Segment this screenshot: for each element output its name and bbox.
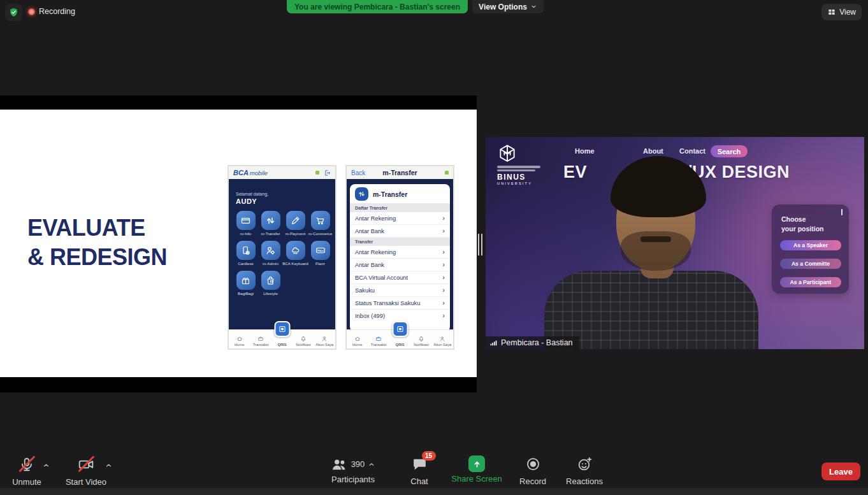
pill-label: As a Speaker <box>793 242 828 248</box>
chevron-right-icon <box>442 299 445 306</box>
speaker-video-tile[interactable]: BINUS UNIVERSITY Home About Contact Sear… <box>486 137 864 349</box>
phone2-bottom-nav: Home Transaksi QRIS Notifikasi Akun Saya <box>347 329 453 348</box>
app-tile-m-commerce[interactable]: m-Commerce <box>308 211 332 236</box>
transfer-arrows-icon <box>355 187 368 201</box>
slide-letterbox-bottom <box>0 377 477 392</box>
reactions-label: Reactions <box>562 477 607 486</box>
university-name: BINUS <box>497 173 554 182</box>
bell-icon <box>418 336 424 342</box>
share-screen-button[interactable]: Share Screen <box>447 456 506 484</box>
chevron-right-icon <box>442 215 445 222</box>
participants-chevron[interactable] <box>368 461 375 468</box>
person-gear-icon <box>261 241 280 260</box>
chevron-down-icon <box>530 3 537 10</box>
record-button[interactable]: Record <box>514 456 552 486</box>
bell-icon <box>300 336 307 342</box>
payment-pencil-icon <box>286 211 305 230</box>
phone-cash-icon <box>236 241 256 260</box>
row-label: Status Transaksi Sakuku <box>355 300 420 306</box>
app-tile-m-info[interactable]: m-Info <box>234 211 257 236</box>
phone1-header: BCA mobile <box>229 166 335 179</box>
as-a-speaker-button[interactable]: As a Speaker <box>780 240 841 250</box>
nav-qris[interactable]: QRIS <box>389 330 410 348</box>
chevron-right-icon <box>442 287 445 294</box>
cart-icon <box>311 211 330 230</box>
unmute-button[interactable]: Unmute <box>6 456 47 487</box>
row-label: Sakuku <box>355 287 375 294</box>
list-item-antar-bank[interactable]: Antar Bank <box>350 225 450 238</box>
university-subtitle: UNIVERSITY <box>497 182 554 185</box>
transfer-card-title: m-Transfer <box>373 190 407 198</box>
zoom-meeting-window: Recording You are viewing Pembicara - Ba… <box>0 0 868 495</box>
list-item-sakuku[interactable]: Sakuku <box>350 284 450 297</box>
viewing-screen-banner: You are viewing Pembicara - Bastian's sc… <box>287 0 468 13</box>
app-label: m-Payment <box>286 231 306 236</box>
list-item-antar-rekening[interactable]: Antar Rekening <box>350 212 450 225</box>
nav-transaksi[interactable]: Transaksi <box>250 330 271 348</box>
app-tile-flazz[interactable]: Flazz <box>308 241 332 266</box>
list-item-status-transaksi-sakuku[interactable]: Status Transaksi Sakuku <box>350 297 450 310</box>
app-tile-lifestyle[interactable]: Lifestyle <box>259 271 282 296</box>
chat-unread-badge: 15 <box>422 451 436 461</box>
nav-label: Transaksi <box>253 343 269 347</box>
site-nav-contact[interactable]: Contact <box>679 147 705 155</box>
nav-qris[interactable]: QRIS <box>271 330 293 348</box>
participants-count: 390 <box>351 459 365 469</box>
nav-home[interactable]: Home <box>229 330 250 348</box>
shield-check-icon <box>8 7 19 18</box>
app-tile-m-admin[interactable]: m-Admin <box>259 241 282 266</box>
audio-options-chevron[interactable] <box>42 461 50 470</box>
briefcase-icon <box>375 336 382 342</box>
app-label: m-Admin <box>263 261 278 266</box>
bca-logo-mobile: mobile <box>250 169 268 176</box>
app-tile-m-payment[interactable]: m-Payment <box>284 211 307 236</box>
nav-home[interactable]: Home <box>347 330 368 348</box>
phone1-bottom-nav: Home Transaksi QRIS Notifikasi Akun Saya <box>229 329 335 348</box>
presentation-slide: EVALUATE & REDESIGN BCA mobile Selamat d… <box>0 110 477 377</box>
list-item-antar-bank-2[interactable]: Antar Bank <box>350 259 450 271</box>
list-item-inbox[interactable]: Inbox (499) <box>350 310 450 322</box>
list-item-bca-virtual-account[interactable]: BCA Virtual Account <box>350 271 450 284</box>
start-video-button[interactable]: Start Video <box>62 456 110 487</box>
app-tile-bagibagi[interactable]: BagiBagi <box>234 271 257 296</box>
list-item-antar-rekening-2[interactable]: Antar Rekening <box>350 246 450 259</box>
app-tile-m-transfer[interactable]: m-Transfer <box>259 211 282 236</box>
nav-notifikasi[interactable]: Notifikasi <box>410 330 431 348</box>
app-grid: m-Info m-Transfer m-Payment m-Commerce C… <box>234 211 332 296</box>
nav-transaksi[interactable]: Transaksi <box>368 330 389 348</box>
video-options-chevron[interactable] <box>105 461 113 470</box>
chevron-right-icon <box>442 227 445 234</box>
row-label: Antar Rekening <box>355 215 396 222</box>
battery-icon <box>315 171 319 175</box>
nav-notifikasi[interactable]: Notifikasi <box>293 330 314 348</box>
view-options-button[interactable]: View Options <box>472 0 544 13</box>
app-label: m-Info <box>240 231 252 236</box>
as-a-participant-button[interactable]: As a Participant <box>780 277 841 287</box>
search-button[interactable]: Search <box>711 145 748 157</box>
site-nav-about[interactable]: About <box>643 147 663 155</box>
view-button[interactable]: View <box>821 4 862 20</box>
more-options-icon[interactable] <box>841 209 843 215</box>
app-tile-cardless[interactable]: Cardless <box>234 241 257 266</box>
nav-akun-saya[interactable]: Akun Saya <box>314 330 335 348</box>
leave-button[interactable]: Leave <box>821 463 860 480</box>
site-nav-home[interactable]: Home <box>575 147 595 155</box>
panel-resize-handle[interactable] <box>478 234 482 255</box>
nav-label: QRIS <box>277 343 286 347</box>
user-icon <box>439 336 445 342</box>
participants-icon <box>331 456 348 473</box>
participants-button[interactable]: 390 Participants <box>322 456 384 484</box>
reactions-button[interactable]: Reactions <box>562 456 607 486</box>
choose-position-card: Choose your position As a Speaker As a C… <box>772 204 849 294</box>
security-shield-button[interactable] <box>5 4 22 21</box>
app-tile-bca-keyboard[interactable]: BCA Keyboard <box>284 241 307 266</box>
as-a-committe-button[interactable]: As a Committe <box>780 259 841 269</box>
logout-icon[interactable] <box>324 169 331 176</box>
chat-button[interactable]: 15 Chat <box>400 456 438 486</box>
app-label: Lifestyle <box>263 291 278 296</box>
nav-akun-saya[interactable]: Akun Saya <box>432 330 453 348</box>
transfer-arrows-icon <box>261 211 280 230</box>
nav-label: Transaksi <box>371 343 387 347</box>
view-options-label: View Options <box>479 3 527 11</box>
chevron-right-icon <box>442 274 445 281</box>
